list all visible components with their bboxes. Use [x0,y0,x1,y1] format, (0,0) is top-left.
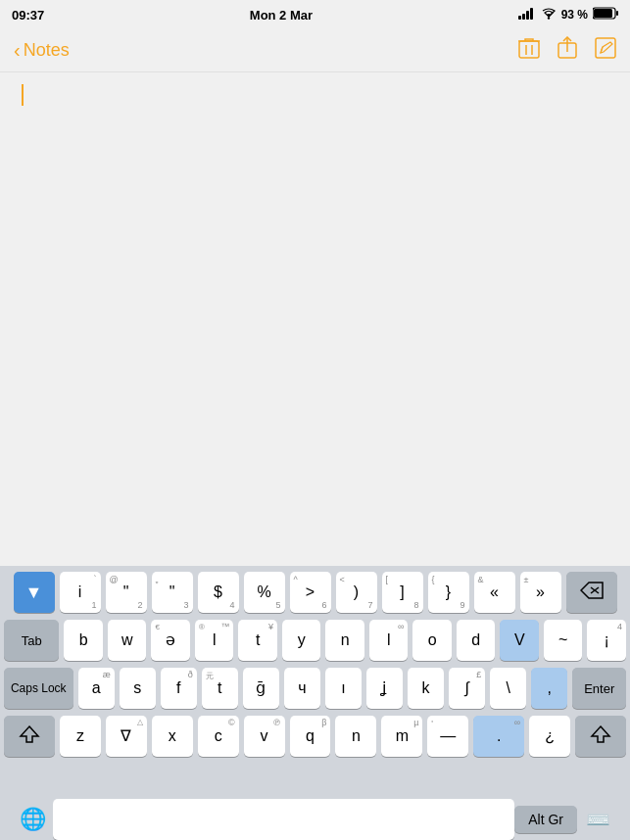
backspace-icon [580,582,604,603]
key-b[interactable]: b [64,620,103,661]
key-dash[interactable]: ' — [427,716,468,757]
tab-label: Tab [22,634,42,647]
enter-key[interactable]: Enter [572,668,626,709]
shift-left-key[interactable] [4,716,55,757]
key-bracket[interactable]: [ ] 8 [382,572,423,613]
trash-icon[interactable] [518,36,540,65]
key-guillemet-l[interactable]: & « [474,572,515,613]
key-quot1[interactable]: @ " 2 [106,572,147,613]
text-cursor [22,84,24,106]
key-guillemet-r[interactable]: ± » [520,572,561,613]
keyboard-toggle-button[interactable]: ⌨️ [577,799,618,840]
back-chevron-icon: ‹ [14,39,21,62]
key-t2[interactable]: 元 t [202,668,238,709]
key-sub: [ [386,575,389,584]
keyboard-bottom-bar: 🌐 Alt Gr ⌨️ [0,799,630,840]
key-char: } [446,584,451,600]
caps-lock-key[interactable]: Caps Lock [4,668,73,709]
key-percent[interactable]: % 5 [244,572,285,613]
key-i[interactable]: ` i 1 [60,572,101,613]
key-char: " [123,584,129,600]
battery-percent: 93 % [561,8,588,22]
compose-icon[interactable] [595,37,616,64]
arrow-down-key[interactable]: ▼ [14,572,55,613]
key-sub: ± [524,575,529,584]
key-sub: △ [137,719,143,726]
key-y[interactable]: y [282,620,321,661]
key-n[interactable]: n [325,620,364,661]
key-c[interactable]: © c [198,716,239,757]
key-m[interactable]: µ m [381,716,422,757]
key-g[interactable]: ḡ [243,668,279,709]
key-char: b [79,632,88,648]
key-v[interactable]: V [500,620,539,661]
key-a[interactable]: æ a [78,668,115,709]
key-char: y [298,632,306,648]
key-dotless-i[interactable]: ™ l ® [195,620,234,661]
key-i2[interactable]: ı [325,668,362,709]
key-w[interactable]: w [108,620,147,661]
key-d[interactable]: d [457,620,496,661]
key-char: % [257,584,270,600]
key-s[interactable]: s [120,668,156,709]
tab-key[interactable]: Tab [4,620,59,661]
key-char: o [428,632,437,648]
key-x[interactable]: x [152,716,193,757]
key-paren[interactable]: < ) 7 [336,572,377,613]
key-v2[interactable]: ℗ v [244,716,285,757]
key-nabla[interactable]: △ ∇ [106,716,147,757]
key-quot2[interactable]: „ " 3 [152,572,193,613]
svg-rect-3 [530,8,533,20]
space-key[interactable] [53,799,514,840]
key-char: t [218,680,221,696]
key-sub: ℗ [272,719,281,727]
key-l[interactable]: ∞ l [369,620,409,661]
key-f[interactable]: ð f [161,668,197,709]
altgr-button[interactable]: Alt Gr [514,806,577,833]
key-dollar[interactable]: $ 4 [198,572,239,613]
key-q[interactable]: β q [290,716,331,757]
key-sub: ^ [294,575,298,584]
key-sub: 4 [617,623,622,631]
key-char: . [497,728,501,744]
key-ch[interactable]: ч [284,668,320,709]
key-j[interactable]: ʝ [366,668,403,709]
share-icon[interactable] [557,36,577,65]
key-integral[interactable]: £ ∫ [449,668,485,709]
altgr-label: Alt Gr [528,812,563,827]
key-char: t [256,632,260,648]
key-brace[interactable]: { } 9 [428,572,469,613]
backspace-key[interactable] [566,572,617,613]
editor-area[interactable] [0,72,630,566]
key-char: c [215,728,222,744]
key-char: ] [400,584,404,600]
key-schwa[interactable]: € ə [151,620,190,661]
key-gt[interactable]: ^ > 6 [290,572,331,613]
nav-actions [518,36,616,65]
key-o[interactable]: o [412,620,452,661]
key-sub: µ [413,719,418,727]
key-sub: @ [110,575,119,584]
key-period[interactable]: ∞ . [473,716,524,757]
caps-lock-label: Caps Lock [11,682,67,694]
shift-right-icon [590,724,611,748]
globe-icon: 🌐 [20,807,46,832]
key-char: n [352,728,361,744]
key-char: d [471,632,480,648]
key-inv-exclaim[interactable]: 4 ¡ [587,620,626,661]
key-n2[interactable]: n [335,716,376,757]
shift-right-key[interactable] [575,716,626,757]
keyboard: ▼ ` i 1 @ " 2 „ " 3 $ 4 % [0,566,630,840]
key-k[interactable]: k [408,668,444,709]
key-sub: ∞ [398,623,404,631]
key-z[interactable]: z [60,716,101,757]
key-tilde[interactable]: ~ [544,620,583,661]
back-button[interactable]: ‹ Notes [14,39,70,62]
key-char: ∫ [464,680,468,696]
key-t[interactable]: ¥ t [238,620,277,661]
key-inv-question[interactable]: ¿ [529,716,570,757]
key-backslash[interactable]: \ [490,668,526,709]
key-comma[interactable]: , [531,668,567,709]
key-sub: ' [431,719,433,728]
globe-button[interactable]: 🌐 [12,799,53,840]
